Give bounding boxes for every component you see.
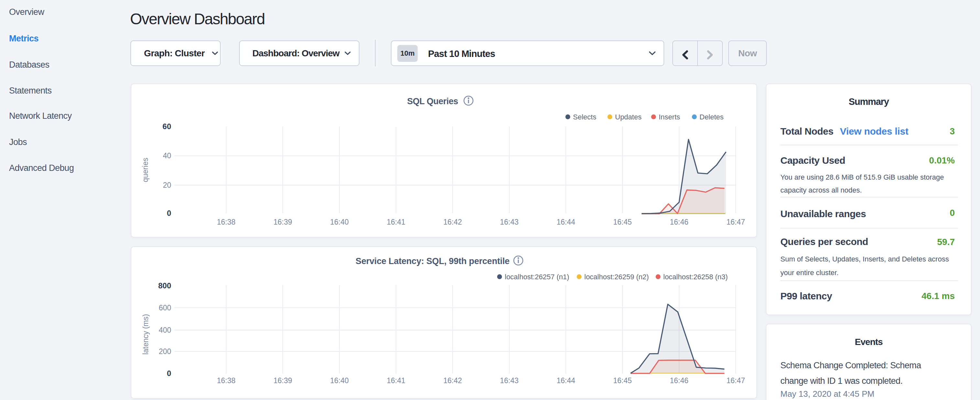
svg-text:16:42: 16:42: [443, 218, 462, 226]
svg-text:20: 20: [163, 181, 171, 189]
svg-text:16:38: 16:38: [217, 376, 235, 385]
svg-text:60: 60: [162, 122, 171, 131]
svg-text:40: 40: [163, 151, 171, 160]
svg-text:16:47: 16:47: [726, 376, 745, 385]
svg-text:16:41: 16:41: [387, 376, 406, 385]
svg-text:16:46: 16:46: [670, 218, 689, 226]
svg-text:localhost:26257 (n1): localhost:26257 (n1): [505, 273, 569, 281]
svg-text:Service Latency: SQL, 99th per: Service Latency: SQL, 99th percentile: [356, 256, 509, 266]
svg-text:16:40: 16:40: [330, 376, 349, 385]
svg-text:localhost:26258 (n3): localhost:26258 (n3): [663, 273, 728, 281]
svg-text:200: 200: [159, 347, 171, 356]
svg-text:16:38: 16:38: [217, 218, 235, 226]
svg-text:16:45: 16:45: [613, 218, 632, 226]
svg-text:16:40: 16:40: [330, 218, 349, 226]
svg-text:Updates: Updates: [615, 113, 641, 121]
svg-text:16:44: 16:44: [557, 218, 575, 226]
svg-text:16:42: 16:42: [443, 376, 462, 385]
svg-text:16:39: 16:39: [274, 376, 292, 385]
svg-text:Selects: Selects: [573, 113, 596, 121]
svg-text:800: 800: [158, 281, 171, 290]
svg-text:16:44: 16:44: [557, 376, 575, 385]
svg-text:SQL Queries: SQL Queries: [407, 96, 458, 106]
svg-text:16:46: 16:46: [670, 376, 689, 385]
svg-text:400: 400: [159, 326, 171, 334]
svg-text:16:43: 16:43: [500, 218, 519, 226]
svg-text:16:45: 16:45: [613, 376, 632, 385]
svg-text:16:39: 16:39: [274, 218, 292, 226]
svg-text:latency (ms): latency (ms): [142, 314, 150, 354]
svg-text:600: 600: [159, 304, 171, 312]
svg-text:localhost:26259 (n2): localhost:26259 (n2): [584, 273, 649, 281]
svg-text:queries: queries: [141, 158, 150, 182]
svg-text:0: 0: [167, 209, 171, 217]
svg-text:0: 0: [167, 369, 171, 378]
svg-text:16:47: 16:47: [726, 218, 745, 226]
svg-text:16:41: 16:41: [387, 218, 406, 226]
svg-text:Inserts: Inserts: [659, 113, 680, 121]
svg-text:16:43: 16:43: [500, 376, 519, 385]
svg-text:Deletes: Deletes: [700, 113, 724, 121]
